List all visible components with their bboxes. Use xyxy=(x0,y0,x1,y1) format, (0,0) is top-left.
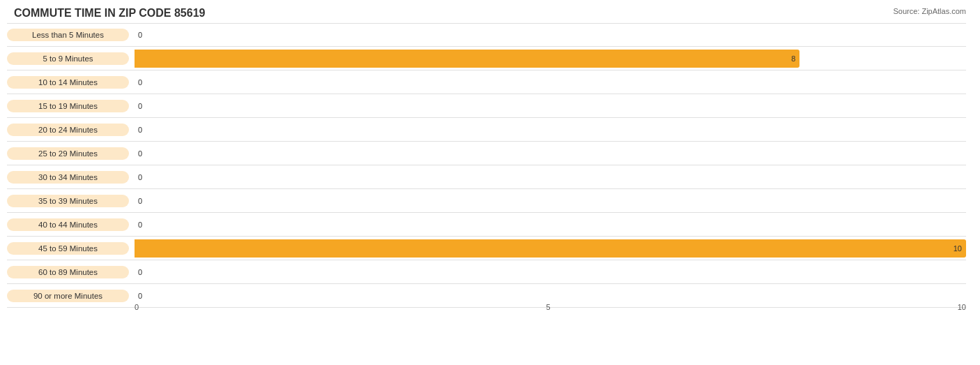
bar-label: 10 to 14 Minutes xyxy=(7,76,129,89)
bar-label: 60 to 89 Minutes xyxy=(7,266,129,278)
x-axis: 0510 xyxy=(135,300,966,311)
bar-value: 0 xyxy=(138,102,142,110)
bar-row: 35 to 39 Minutes0 xyxy=(7,189,966,213)
bar-row: 45 to 59 Minutes10 xyxy=(7,237,966,260)
bar-row: 30 to 34 Minutes0 xyxy=(7,165,966,189)
bar: 10 xyxy=(135,239,966,258)
bar-track: 0 xyxy=(135,118,966,141)
chart-area: Less than 5 Minutes05 to 9 Minutes810 to… xyxy=(7,23,966,311)
bar-value: 0 xyxy=(138,197,142,205)
bar-track: 8 xyxy=(135,47,966,70)
bar-label: 15 to 19 Minutes xyxy=(7,100,129,112)
bar-row: 25 to 29 Minutes0 xyxy=(7,142,966,165)
bar-track: 0 xyxy=(135,165,966,188)
bar-label: 25 to 29 Minutes xyxy=(7,147,129,160)
bar-track: 0 xyxy=(135,142,966,165)
bar-value: 0 xyxy=(138,221,142,229)
bar-label: Less than 5 Minutes xyxy=(7,29,129,41)
bar-label: 20 to 24 Minutes xyxy=(7,124,129,136)
bar: 8 xyxy=(135,50,799,68)
bar-label: 45 to 59 Minutes xyxy=(7,242,129,255)
bar-track: 0 xyxy=(135,70,966,94)
bar-label: 5 to 9 Minutes xyxy=(7,52,129,65)
chart-container: COMMUTE TIME IN ZIP CODE 85619 Source: Z… xyxy=(0,0,980,365)
bar-value: 0 xyxy=(138,292,142,300)
bar-value: 0 xyxy=(138,173,142,181)
bar-track: 10 xyxy=(135,237,966,260)
bar-value: 10 xyxy=(954,244,962,253)
bar-value: 0 xyxy=(138,149,142,158)
bar-label: 90 or more Minutes xyxy=(7,290,129,302)
bar-track: 0 xyxy=(135,213,966,236)
x-axis-label: 0 xyxy=(135,303,139,311)
bar-row: 20 to 24 Minutes0 xyxy=(7,118,966,142)
bar-track: 0 xyxy=(135,24,966,46)
bar-value: 0 xyxy=(138,78,142,87)
bar-label: 40 to 44 Minutes xyxy=(7,218,129,231)
bar-row: 10 to 14 Minutes0 xyxy=(7,70,966,94)
chart-title: COMMUTE TIME IN ZIP CODE 85619 xyxy=(7,7,966,20)
bar-value: 0 xyxy=(138,126,142,134)
bar-row: 5 to 9 Minutes8 xyxy=(7,47,966,70)
bar-track: 0 xyxy=(135,189,966,212)
bar-value: 0 xyxy=(138,268,142,276)
bar-row: Less than 5 Minutes0 xyxy=(7,23,966,47)
source-text: Source: ZipAtlas.com xyxy=(893,7,966,15)
bar-row: 60 to 89 Minutes0 xyxy=(7,260,966,284)
x-axis-label: 10 xyxy=(958,303,966,311)
bar-row: 40 to 44 Minutes0 xyxy=(7,213,966,237)
bar-label: 30 to 34 Minutes xyxy=(7,171,129,184)
bar-row: 15 to 19 Minutes0 xyxy=(7,94,966,118)
bar-value: 8 xyxy=(791,54,795,63)
bar-track: 0 xyxy=(135,260,966,283)
bar-value: 0 xyxy=(138,31,142,39)
x-axis-label: 5 xyxy=(546,303,550,311)
bar-track: 0 xyxy=(135,94,966,117)
bar-label: 35 to 39 Minutes xyxy=(7,195,129,207)
